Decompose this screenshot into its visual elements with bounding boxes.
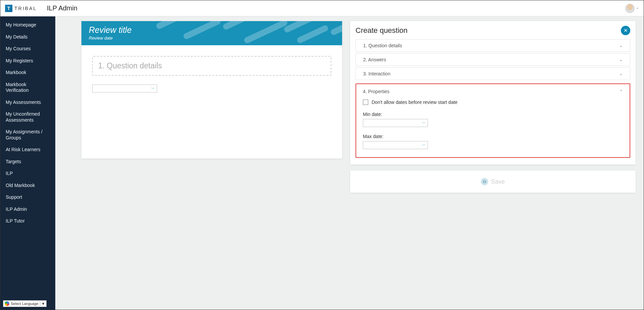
max-date-input[interactable]: ﹀ [363,141,428,149]
save-button[interactable]: Save [350,171,636,193]
chevron-down-icon: ⌄ [619,43,623,48]
max-date-label: Max date: [363,134,623,139]
step-label: 1. Question details [363,43,402,48]
header: T TRIBAL ILP Admin ▾ [0,0,644,16]
step-answers[interactable]: 2. Answers ⌄ [356,53,630,66]
avatar[interactable] [625,4,635,13]
step-interaction[interactable]: 3. Interaction ⌄ [356,67,630,80]
avatar-menu-chevron-icon[interactable]: ▾ [637,6,638,10]
step-label: 3. Interaction [363,71,390,76]
sidebar-item-markbook-verification[interactable]: Markbook Verification [0,79,55,97]
min-date-input[interactable]: ﹀ [363,119,428,127]
sidebar-item-ilp[interactable]: ILP [0,168,55,180]
sidebar-item-support[interactable]: Support [0,191,55,203]
chevron-down-icon: ⌄ [619,71,623,76]
question-type-dropdown[interactable]: ﹀ [92,84,157,92]
page-title: ILP Admin [47,4,77,12]
sidebar-item-my-unconfirmed-assessments[interactable]: My Unconfirmed Assessments [0,108,55,126]
sidebar-item-old-markbook[interactable]: Old Markbook [0,180,55,192]
chevron-down-icon: ﹀ [422,121,426,126]
step-properties: 4. Properties ⌃ Don't allow dates before… [356,83,630,158]
step-label: 2. Answers [363,57,386,62]
chevron-down-icon: ﹀ [422,143,426,148]
close-button[interactable]: ✕ [621,26,630,35]
review-banner: Review title Review date [81,21,342,45]
brand-mark: T [5,5,12,12]
checkbox-label: Don't allow dates before review start da… [372,100,457,105]
brand-text: TRIBAL [14,6,37,11]
sidebar-item-markbook[interactable]: Markbook [0,67,55,79]
step-properties-header[interactable]: 4. Properties ⌃ [363,89,623,98]
sidebar-item-my-courses[interactable]: My Courses [0,43,55,55]
sidebar-item-at-risk-learners[interactable]: At Risk Learners [0,144,55,156]
brand-logo: T TRIBAL [5,5,37,12]
close-icon: ✕ [624,27,628,34]
chevron-down-icon: ﹀ [151,86,155,91]
step-question-details[interactable]: 1. Question details ⌄ [356,39,630,52]
min-date-label: Min date: [363,112,623,117]
sidebar-item-my-assignments-groups[interactable]: My Assignments / Groups [0,126,55,144]
sidebar-item-ilp-admin[interactable]: ILP Admin [0,203,55,215]
sidebar-item-my-homepage[interactable]: My Homepage [0,19,55,31]
review-date: Review date [89,36,335,41]
language-selector[interactable]: Select Language ▼ [3,300,47,307]
dont-allow-dates-checkbox[interactable] [363,100,368,105]
sidebar-item-targets[interactable]: Targets [0,156,55,168]
language-selector-label: Select Language [11,302,39,306]
step-label: 4. Properties [363,89,389,94]
sidebar: My Homepage My Details My Courses My Reg… [0,16,55,310]
sidebar-item-my-registers[interactable]: My Registers [0,55,55,67]
sidebar-item-ilp-tutor[interactable]: ILP Tutor [0,215,55,227]
panel-title: Create question [356,26,407,35]
save-label: Save [491,178,505,185]
save-disk-icon [481,178,488,185]
chevron-up-icon: ⌃ [620,89,623,94]
sidebar-item-my-details[interactable]: My Details [0,31,55,43]
sidebar-item-my-assessments[interactable]: My Assessments [0,97,55,109]
create-question-panel: Create question ✕ 1. Question details ⌄ … [350,21,636,165]
review-preview-card: Review title Review date 1. Question det… [81,21,342,159]
dont-allow-dates-checkbox-row[interactable]: Don't allow dates before review start da… [363,100,623,105]
chevron-down-icon: ▼ [40,302,45,306]
chevron-down-icon: ⌄ [619,57,623,62]
review-title: Review title [89,25,335,35]
google-translate-icon [5,301,9,306]
question-placeholder[interactable]: 1. Question details [92,56,331,76]
main-content: Review title Review date 1. Question det… [55,16,644,310]
